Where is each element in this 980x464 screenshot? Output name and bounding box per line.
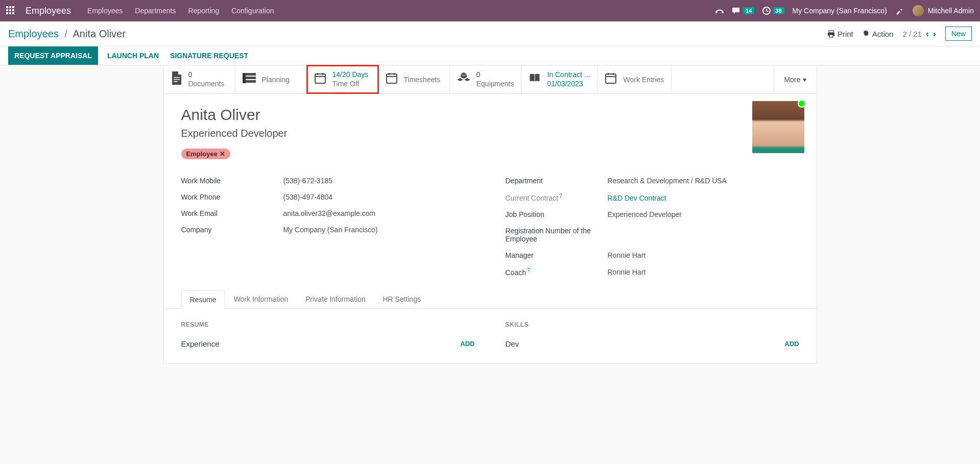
employee-name[interactable]: Anita Oliver: [181, 106, 799, 124]
fields-right: Department Research & Development / R&D …: [506, 173, 799, 280]
svg-point-1: [722, 11, 724, 13]
tag-remove-icon[interactable]: ✕: [220, 150, 225, 158]
contract-value[interactable]: R&D Dev Contract: [608, 194, 666, 202]
employee-job-title[interactable]: Experienced Developer: [181, 128, 799, 139]
pager: 2 / 21 ‹ ›: [902, 29, 936, 39]
employee-photo[interactable]: [752, 101, 804, 153]
stat-equipments-value: 0: [476, 70, 514, 80]
stat-documents-value: 0: [188, 70, 225, 80]
stat-timeoff-value: 14/20 Days: [332, 70, 369, 80]
pager-text: 2 / 21: [902, 30, 922, 38]
work-email-label: Work Email: [181, 209, 283, 217]
svg-point-0: [715, 11, 718, 13]
user-avatar-icon: [913, 5, 924, 16]
tab-hr-settings[interactable]: HR Settings: [374, 289, 429, 308]
launch-plan-button[interactable]: Launch Plan: [105, 46, 161, 65]
app-title[interactable]: Employees: [26, 6, 71, 16]
company-value[interactable]: My Company (San Francisco): [283, 226, 378, 234]
breadcrumb-root[interactable]: Employees: [8, 28, 59, 39]
messages-icon[interactable]: 14: [732, 7, 754, 15]
activities-badge: 38: [773, 7, 784, 14]
manager-label: Manager: [506, 251, 608, 259]
company-selector[interactable]: My Company (San Francisco): [793, 7, 887, 15]
stat-timeoff-label: Time Off: [332, 80, 369, 89]
stat-timeoff[interactable]: 14/20 Days Time Off: [307, 65, 378, 93]
print-button[interactable]: Print: [827, 30, 853, 38]
tab-resume[interactable]: Resume: [181, 290, 225, 309]
coach-label: Coach?: [506, 267, 608, 277]
voip-icon[interactable]: [715, 7, 724, 14]
svg-rect-7: [174, 77, 180, 78]
debug-icon[interactable]: [895, 6, 904, 15]
breadcrumb-actions: Print Action 2 / 21 ‹ › New: [827, 27, 972, 41]
stat-equipments-label: Equipments: [476, 80, 514, 89]
book-icon: [529, 73, 541, 86]
help-icon[interactable]: ?: [527, 267, 530, 273]
topbar-menu: Employees Departments Reporting Configur…: [87, 7, 274, 15]
topbar-right: 14 38 My Company (San Francisco) Mitchel…: [715, 5, 974, 16]
breadcrumb-separator: /: [65, 28, 68, 39]
request-appraisal-button[interactable]: Request Appraisal: [8, 46, 98, 65]
stat-timesheets[interactable]: Timesheets: [378, 65, 450, 93]
user-name: Mitchell Admin: [928, 7, 974, 15]
work-mobile-label: Work Mobile: [181, 177, 283, 185]
calendar-icon: [605, 72, 617, 87]
stat-timesheets-label: Timesheets: [404, 76, 441, 84]
employee-tag[interactable]: Employee ✕: [181, 149, 230, 159]
activities-icon[interactable]: 38: [762, 7, 784, 15]
employee-header: Anita Oliver Experienced Developer Emplo…: [164, 94, 817, 168]
department-label: Department: [506, 177, 608, 185]
svg-rect-5: [829, 35, 833, 37]
menu-employees[interactable]: Employees: [87, 7, 123, 15]
menu-reporting[interactable]: Reporting: [188, 7, 219, 15]
stat-more-button[interactable]: More ▾: [774, 65, 817, 93]
work-phone-label: Work Phone: [181, 193, 283, 201]
work-phone-value[interactable]: (538)-497-4804: [283, 193, 333, 201]
add-experience-button[interactable]: ADD: [460, 340, 474, 348]
user-menu[interactable]: Mitchell Admin: [913, 5, 974, 16]
signature-request-button[interactable]: Signature Request: [168, 46, 250, 65]
svg-rect-13: [243, 73, 246, 83]
svg-rect-14: [315, 74, 325, 83]
work-mobile-value[interactable]: (538)-672-3185: [283, 177, 333, 185]
tabs: Resume Work Information Private Informat…: [164, 289, 817, 309]
messages-badge: 14: [743, 7, 754, 14]
apps-menu-icon[interactable]: [6, 6, 15, 15]
stat-work-entries-label: Work Entries: [623, 76, 664, 84]
experience-label: Experience: [181, 339, 220, 348]
topbar-left: Employees Employees Departments Reportin…: [6, 6, 274, 16]
svg-rect-8: [174, 79, 180, 80]
document-icon: [171, 71, 182, 88]
tab-work-information[interactable]: Work Information: [225, 289, 297, 308]
menu-configuration[interactable]: Configuration: [231, 7, 274, 15]
stat-planning[interactable]: Planning: [235, 65, 307, 93]
stat-work-entries[interactable]: Work Entries: [597, 65, 672, 93]
planning-icon: [243, 73, 256, 86]
stat-equipments[interactable]: 0 Equipments: [450, 65, 522, 93]
caret-down-icon: ▾: [803, 76, 806, 84]
new-button[interactable]: New: [945, 27, 972, 41]
pager-next[interactable]: ›: [933, 29, 936, 39]
stat-contract[interactable]: In Contract ... 01/03/2023: [521, 65, 597, 93]
pager-prev[interactable]: ‹: [926, 29, 929, 39]
work-email-value[interactable]: anita.oliver32@example.com: [283, 209, 376, 217]
cubes-icon: [457, 72, 470, 87]
help-icon[interactable]: ?: [559, 193, 562, 199]
coach-value[interactable]: Ronnie Hart: [608, 268, 646, 276]
resume-heading: RESUME: [181, 321, 475, 328]
stat-documents[interactable]: 0 Documents: [164, 65, 235, 93]
add-skill-button[interactable]: ADD: [784, 340, 799, 348]
job-position-value[interactable]: Experienced Developer: [608, 210, 682, 218]
action-button[interactable]: Action: [863, 30, 894, 38]
menu-departments[interactable]: Departments: [135, 7, 176, 15]
department-value[interactable]: Research & Development / R&D USA: [608, 177, 727, 185]
gear-icon: [863, 30, 870, 37]
breadcrumb-current: Anita Oliver: [73, 28, 126, 39]
manager-value[interactable]: Ronnie Hart: [608, 251, 646, 259]
calendar-icon: [314, 72, 326, 87]
resume-section: RESUME Experience ADD SKILLS Dev ADD: [164, 309, 817, 363]
job-position-label: Job Position: [506, 210, 608, 218]
stat-contract-label: 01/03/2023: [547, 80, 590, 89]
print-icon: [827, 30, 835, 38]
tab-private-information[interactable]: Private Information: [297, 289, 374, 308]
